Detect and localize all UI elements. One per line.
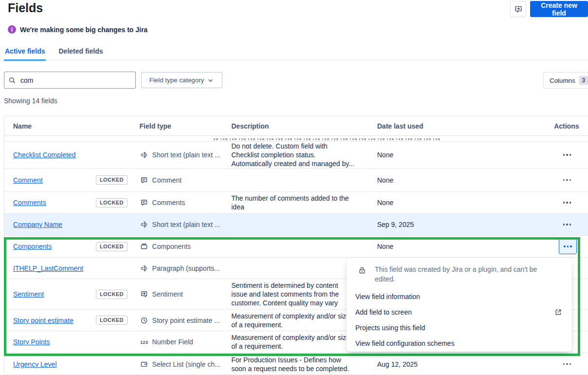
name-cell: ITHELP_LastComment bbox=[4, 264, 140, 272]
row-actions-button[interactable] bbox=[559, 196, 575, 209]
field-type-label: Paragraph (supports... bbox=[152, 264, 220, 272]
field-name-link[interactable]: Story Points bbox=[13, 338, 50, 346]
name-cell: Checklist Completed bbox=[4, 151, 140, 159]
locked-badge: LOCKED bbox=[96, 290, 128, 299]
info-icon bbox=[8, 25, 16, 34]
field-name-link[interactable]: Sentiment bbox=[13, 290, 44, 298]
locked-badge: LOCKED bbox=[96, 175, 128, 185]
lock-icon bbox=[358, 266, 367, 275]
menu-item-label: View field configuration schemes bbox=[355, 339, 455, 347]
tab-active-fields[interactable]: Active fields bbox=[4, 47, 46, 61]
table-row: Checklist CompletedShort text (plain tex… bbox=[4, 142, 588, 169]
field-type-cell: Components bbox=[140, 243, 232, 250]
field-type-cell: Sentiment bbox=[140, 290, 232, 298]
field-type-category-dropdown[interactable]: Field type category bbox=[141, 72, 222, 88]
row-actions-button[interactable] bbox=[559, 358, 575, 371]
field-name-link[interactable]: Components bbox=[13, 243, 52, 250]
dropdown-label: Field type category bbox=[149, 76, 204, 84]
partially-scrolled-row bbox=[4, 136, 588, 142]
create-new-field-button[interactable]: Create new field bbox=[530, 1, 588, 17]
column-header-name[interactable]: Name bbox=[4, 122, 140, 130]
description-cell: The number of comments added to the idea bbox=[231, 194, 377, 211]
field-type-cell: Short text (plain text ... bbox=[140, 221, 232, 228]
column-header-description[interactable]: Description bbox=[231, 122, 377, 131]
field-name-link[interactable]: Urgency Level bbox=[13, 360, 57, 368]
field-type-label: Story point estimate ... bbox=[152, 317, 220, 324]
field-type-cell: Select List (single ch... bbox=[140, 360, 232, 368]
tab-bar: Active fields Deleted fields bbox=[4, 47, 104, 61]
tabs-divider bbox=[0, 60, 588, 60]
announcement-banner: We're making some big changes to Jira bbox=[8, 25, 147, 34]
field-type-cell: Comment bbox=[140, 176, 232, 184]
name-cell: Urgency Level bbox=[4, 360, 140, 368]
date-last-used-cell: Sep 9, 2025 bbox=[377, 221, 550, 228]
field-type-label: Short text (plain text ... bbox=[152, 221, 220, 228]
date-last-used-cell: None bbox=[377, 176, 550, 184]
ellipsis-icon bbox=[563, 179, 565, 181]
column-header-field-type[interactable]: Field type bbox=[140, 122, 232, 130]
search-box bbox=[4, 72, 136, 89]
locked-field-notice-text: This field was created by Jira or a plug… bbox=[375, 264, 556, 284]
banner-text: We're making some big changes to Jira bbox=[20, 26, 147, 34]
field-type-label: Select List (single ch... bbox=[152, 360, 220, 368]
field-type-cell: Story point estimate ... bbox=[140, 317, 232, 324]
name-cell: Story Points bbox=[4, 338, 140, 346]
name-cell: SentimentLOCKED bbox=[4, 290, 140, 299]
name-cell: Company Name bbox=[4, 221, 140, 228]
field-type-cell: Comments bbox=[140, 199, 232, 206]
page-title: Fields bbox=[8, 1, 43, 15]
columns-count-badge: 3 bbox=[579, 76, 588, 85]
name-cell: CommentsLOCKED bbox=[4, 198, 140, 207]
name-cell: ComponentsLOCKED bbox=[4, 242, 140, 251]
field-name-link[interactable]: Comments bbox=[13, 199, 46, 206]
row-actions-button[interactable] bbox=[559, 239, 577, 254]
row-actions-menu: This field was created by Jira or a plug… bbox=[347, 258, 572, 352]
actions-menu-item[interactable]: Projects using this field bbox=[347, 320, 572, 336]
field-type-label: Comment bbox=[152, 176, 182, 184]
row-actions-button[interactable] bbox=[559, 174, 575, 187]
comment-icon bbox=[140, 199, 148, 206]
locked-badge: LOCKED bbox=[96, 198, 128, 207]
search-input[interactable] bbox=[20, 76, 131, 84]
field-name-link[interactable]: Company Name bbox=[13, 221, 62, 228]
actions-cell bbox=[550, 218, 588, 231]
columns-label: Columns bbox=[550, 77, 575, 84]
table-header: Name Field type Description Date last us… bbox=[4, 116, 588, 136]
row-actions-button[interactable] bbox=[559, 218, 575, 231]
components-icon bbox=[140, 243, 148, 250]
short-text-icon bbox=[140, 221, 148, 228]
actions-menu-item[interactable]: View field information bbox=[347, 289, 572, 304]
field-type-cell: 123Number Field bbox=[140, 338, 232, 346]
field-name-link[interactable]: ITHELP_LastComment bbox=[13, 264, 83, 272]
clipped-text-sliver bbox=[214, 138, 442, 140]
fields-admin-page: Fields Create new field We're making som… bbox=[0, 0, 588, 375]
field-type-cell: Short text (plain text ... bbox=[140, 151, 232, 159]
chevron-down-icon bbox=[207, 77, 214, 84]
field-type-label: Comments bbox=[152, 199, 185, 206]
actions-menu-item[interactable]: Add field to screen bbox=[347, 304, 572, 320]
description-cell: For Production Issues - Defines how soon… bbox=[231, 356, 377, 373]
field-type-label: Number Field bbox=[152, 338, 193, 346]
ellipsis-icon bbox=[563, 154, 565, 156]
date-last-used-cell: None bbox=[377, 199, 550, 206]
menu-item-label: View field information bbox=[355, 293, 420, 300]
columns-button[interactable]: Columns 3 bbox=[543, 72, 588, 89]
field-name-link[interactable]: Story point estimate bbox=[13, 317, 74, 324]
actions-cell bbox=[550, 239, 588, 254]
field-type-cell: Paragraph (supports... bbox=[140, 264, 232, 272]
field-name-link[interactable]: Checklist Completed bbox=[13, 151, 75, 159]
field-name-link[interactable]: Comment bbox=[13, 176, 43, 184]
locked-badge: LOCKED bbox=[96, 242, 128, 251]
column-header-date-last-used[interactable]: Date last used bbox=[377, 122, 550, 130]
paragraph-icon bbox=[140, 264, 148, 272]
svg-text:123: 123 bbox=[140, 339, 148, 345]
actions-menu-item[interactable]: View field configuration schemes bbox=[347, 336, 572, 351]
date-last-used-cell: None bbox=[377, 151, 550, 159]
tab-deleted-fields[interactable]: Deleted fields bbox=[57, 47, 104, 61]
table-row: Urgency LevelSelect List (single ch...Fo… bbox=[4, 353, 588, 375]
row-actions-button[interactable] bbox=[559, 149, 575, 161]
number-icon: 123 bbox=[140, 338, 148, 346]
feedback-button[interactable] bbox=[510, 1, 526, 17]
field-type-label: Short text (plain text ... bbox=[152, 151, 220, 159]
column-header-actions: Actions bbox=[550, 122, 588, 130]
